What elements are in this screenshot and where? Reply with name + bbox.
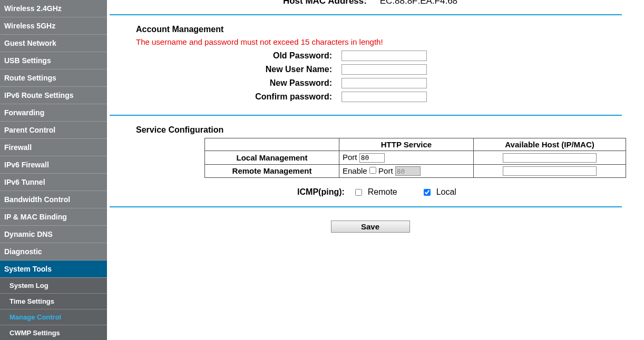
local-port-label: Port xyxy=(343,153,357,162)
sidebar-item-parent-control[interactable]: Parent Control xyxy=(0,122,107,139)
local-port-input[interactable] xyxy=(359,153,385,163)
sidebar-subitem-time-settings[interactable]: Time Settings xyxy=(0,294,107,309)
sidebar-item-route-settings[interactable]: Route Settings xyxy=(0,69,107,87)
remote-host-input[interactable] xyxy=(503,166,597,176)
sidebar-item-firewall[interactable]: Firewall xyxy=(0,139,107,156)
confirm-password-label: Confirm password: xyxy=(136,92,341,102)
table-header-http: HTTP Service xyxy=(339,138,474,151)
sidebar-subitem-system-log[interactable]: System Log xyxy=(0,278,107,294)
main-content: Host MAC Address: EC:88:8F:EA:F4:68 Acco… xyxy=(107,0,644,340)
new-username-label: New User Name: xyxy=(136,65,341,74)
table-header-row: HTTP Service Available Host (IP/MAC) xyxy=(205,138,626,151)
sidebar-item-usb-settings[interactable]: USB Settings xyxy=(0,52,107,69)
confirm-password-input[interactable] xyxy=(341,92,427,102)
old-password-input[interactable] xyxy=(341,51,427,61)
remote-management-label: Remote Management xyxy=(205,164,339,178)
icmp-remote-label: Remote xyxy=(368,187,397,196)
remote-port-label: Port xyxy=(378,166,393,175)
sidebar-item-ipv6-tunnel[interactable]: IPv6 Tunnel xyxy=(0,174,107,191)
icmp-local-label: Local xyxy=(436,187,456,196)
sidebar-subitem-cwmp-settings[interactable]: CWMP Settings xyxy=(0,325,107,340)
local-host-input[interactable] xyxy=(503,153,597,163)
account-management-title: Account Management xyxy=(136,25,633,34)
sidebar-item-ipv6-route-settings[interactable]: IPv6 Route Settings xyxy=(0,87,107,104)
icmp-local-checkbox[interactable] xyxy=(424,189,431,196)
sidebar-item-bandwidth-control[interactable]: Bandwidth Control xyxy=(0,191,107,208)
sidebar-item-wireless-24[interactable]: Wireless 2.4GHz xyxy=(0,0,107,17)
old-password-label: Old Password: xyxy=(136,51,341,61)
sidebar-item-guest-network[interactable]: Guest Network xyxy=(0,35,107,52)
account-warning: The username and password must not excee… xyxy=(136,37,633,46)
sidebar-item-dynamic-dns[interactable]: Dynamic DNS xyxy=(0,226,107,243)
host-mac-value: EC:88:8F:EA:F4:68 xyxy=(380,0,457,6)
table-row-remote: Remote Management Enable Port xyxy=(205,164,626,178)
sidebar-subitem-manage-control[interactable]: Manage Control xyxy=(0,309,107,325)
save-button[interactable]: Save xyxy=(331,221,410,233)
sidebar-item-system-tools[interactable]: System Tools xyxy=(0,261,107,278)
sidebar-item-ipv6-firewall[interactable]: IPv6 Firewall xyxy=(0,156,107,174)
sidebar-item-diagnostic[interactable]: Diagnostic xyxy=(0,243,107,261)
table-header-blank xyxy=(205,138,339,151)
remote-enable-label: Enable xyxy=(343,166,367,175)
table-row-local: Local Management Port xyxy=(205,151,626,165)
host-mac-label: Host MAC Address: xyxy=(283,0,367,6)
new-username-input[interactable] xyxy=(341,64,427,75)
sidebar: Wireless 2.4GHz Wireless 5GHz Guest Netw… xyxy=(0,0,107,340)
table-header-host: Available Host (IP/MAC) xyxy=(474,138,626,151)
icmp-row: ICMP(ping): Remote Local xyxy=(136,187,633,197)
new-password-label: New Password: xyxy=(136,78,341,88)
service-configuration-title: Service Configuration xyxy=(136,125,633,135)
host-mac-row: Host MAC Address: EC:88:8F:EA:F4:68 xyxy=(107,0,633,14)
sidebar-item-ip-mac-binding[interactable]: IP & MAC Binding xyxy=(0,208,107,226)
service-configuration-section: Service Configuration HTTP Service Avail… xyxy=(107,116,633,206)
local-management-label: Local Management xyxy=(205,151,339,165)
remote-enable-checkbox[interactable] xyxy=(369,167,376,174)
account-management-section: Account Management The username and pass… xyxy=(107,15,633,115)
new-password-input[interactable] xyxy=(341,78,427,88)
icmp-label: ICMP(ping): xyxy=(297,187,345,196)
remote-port-input[interactable] xyxy=(395,166,421,176)
icmp-remote-checkbox[interactable] xyxy=(355,189,362,196)
sidebar-item-forwarding[interactable]: Forwarding xyxy=(0,104,107,122)
service-table: HTTP Service Available Host (IP/MAC) Loc… xyxy=(204,138,626,178)
sidebar-item-wireless-5[interactable]: Wireless 5GHz xyxy=(0,17,107,35)
